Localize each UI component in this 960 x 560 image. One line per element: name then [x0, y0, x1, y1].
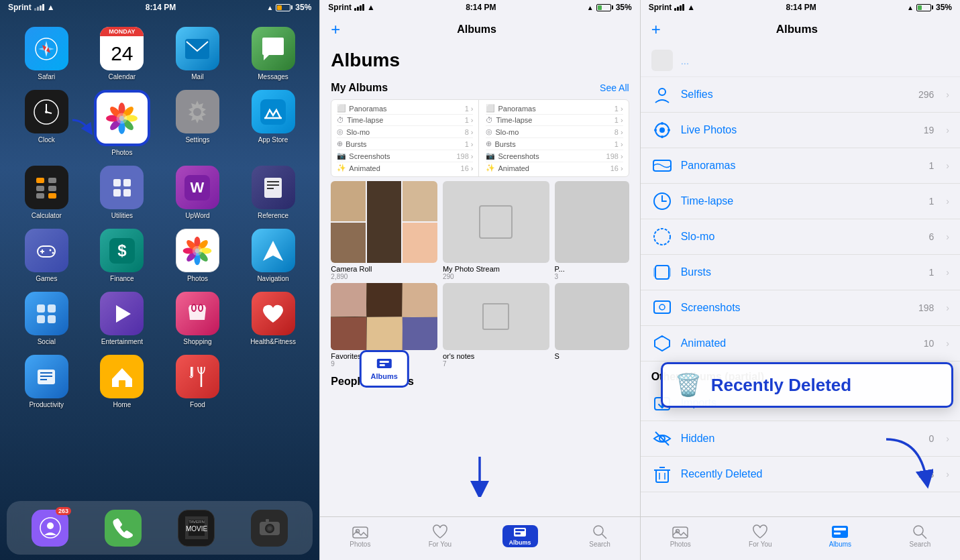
list-item[interactable]: ◎Slo-mo8 ›	[486, 126, 623, 138]
app-home[interactable]: Home	[89, 355, 156, 408]
album-row-recently-deleted[interactable]: Recently Deleted 233 ›	[641, 457, 960, 492]
food-label: Food	[190, 401, 205, 408]
albums-tab-icon-p2: Albums	[511, 528, 529, 543]
list-item[interactable]: ✨Animated16 ›	[337, 162, 473, 174]
list-item[interactable]: ◎Slo-mo8 ›	[337, 126, 473, 138]
tab-search-p2[interactable]: Search	[560, 524, 640, 548]
foryou-tab-icon-p3	[751, 524, 769, 539]
album-row-selfies[interactable]: Selfies 296 ›	[641, 77, 960, 113]
svg-point-127	[914, 526, 923, 535]
list-item[interactable]: ⏱Time-lapse1 ›	[337, 115, 473, 126]
app-photos-highlighted[interactable]: Photos	[89, 90, 156, 156]
album-photo-stream[interactable]: My Photo Stream 290	[443, 181, 549, 280]
album-third[interactable]: P... 3	[555, 181, 629, 280]
wifi-icon-2: ▲	[367, 3, 375, 12]
add-button-p2[interactable]: +	[331, 20, 340, 39]
album-row-timelapse[interactable]: Time-lapse 1 ›	[641, 184, 960, 219]
tab-foryou-p3[interactable]: For You	[721, 524, 800, 548]
svg-point-21	[193, 108, 201, 116]
app-social[interactable]: Social	[13, 292, 80, 345]
app-healthfitness[interactable]: Health&Fitness	[240, 292, 307, 345]
app-mail[interactable]: Mail	[164, 27, 231, 80]
app-productivity[interactable]: Productivity	[13, 355, 80, 408]
album-favorites[interactable]: Favorites 9 Albums	[331, 283, 437, 368]
album-row-slomo[interactable]: Slo-mo 6 ›	[641, 219, 960, 255]
list-item[interactable]: ⬜Panoramas1 ›	[337, 103, 473, 115]
app-photos-folder[interactable]: Photos	[164, 229, 231, 282]
album-row-animated[interactable]: Animated 10 ›	[641, 326, 960, 361]
svg-rect-78	[185, 536, 208, 539]
album-s[interactable]: S	[555, 283, 629, 368]
app-entertainment[interactable]: Entertainment	[89, 292, 156, 345]
app-shopping[interactable]: Shopping	[164, 292, 231, 345]
tab-photos-p2[interactable]: Photos	[320, 524, 400, 548]
list-item[interactable]: ⬜Panoramas1 ›	[486, 103, 623, 115]
timelapse-count: 1	[929, 196, 935, 207]
svg-rect-31	[113, 179, 121, 186]
album-camera-roll[interactable]: Camera Roll 2,890	[331, 181, 437, 280]
album-type-col-right: ⬜Panoramas1 › ⏱Time-lapse1 › ◎Slo-mo8 › …	[480, 100, 628, 176]
finance-label: Finance	[110, 275, 134, 282]
app-safari[interactable]: Safari	[13, 27, 80, 80]
album-row-livephotos[interactable]: Live Photos 19 ›	[641, 113, 960, 148]
battery-pct-3: 35%	[936, 3, 952, 12]
svg-point-103	[661, 122, 663, 125]
album-row-bursts[interactable]: Bursts 1 ›	[641, 255, 960, 290]
tab-foryou-p2[interactable]: For You	[400, 524, 480, 548]
list-item[interactable]: ⊕Bursts1 ›	[486, 138, 623, 150]
photos-tab-icon-p3	[672, 524, 689, 539]
tab-albums-p2[interactable]: Albums	[480, 528, 559, 543]
dock-movies[interactable]: MOVIETAVERN	[178, 510, 215, 547]
albums-list: Selfies 296 › Live Photos 19 › Panoramas…	[641, 77, 960, 523]
app-appstore[interactable]: App Store	[240, 90, 307, 156]
see-all-button[interactable]: See All	[600, 82, 629, 93]
album-row-panoramas[interactable]: Panoramas 1 ›	[641, 148, 960, 184]
app-messages[interactable]: Messages	[240, 27, 307, 80]
upword-label: UpWord	[185, 212, 210, 219]
app-finance[interactable]: $ Finance	[89, 229, 156, 282]
list-item[interactable]: ⏱Time-lapse1 ›	[486, 115, 623, 126]
app-food[interactable]: Food	[164, 355, 231, 408]
app-clock[interactable]: Clock	[13, 90, 80, 156]
svg-rect-25	[48, 178, 56, 183]
album-row-screenshots[interactable]: Screenshots 198 ›	[641, 290, 960, 326]
status-bar-1: Sprint ▲ 8:14 PM ▲ 35%	[0, 0, 319, 15]
app-navigation[interactable]: Navigation	[240, 229, 307, 282]
app-utilities[interactable]: Utilities	[89, 166, 156, 219]
album-notes[interactable]: or's notes 7	[443, 283, 549, 368]
timelapse-icon	[651, 190, 673, 212]
app-games[interactable]: Games	[13, 229, 80, 282]
svg-rect-24	[36, 178, 44, 183]
svg-rect-34	[123, 189, 131, 197]
svg-rect-93	[514, 528, 526, 537]
signal-bars-3	[674, 4, 684, 11]
foryou-tab-label-p2: For You	[429, 541, 451, 548]
status-bar-2: Sprint ▲ 8:14 PM ▲ 35%	[320, 0, 639, 15]
albums-header-3: + Albums	[641, 15, 960, 44]
dock-phone[interactable]	[105, 510, 142, 547]
add-button-p3[interactable]: +	[651, 20, 661, 39]
svg-point-45	[52, 251, 54, 254]
app-calculator[interactable]: Calculator	[13, 166, 80, 219]
list-item[interactable]: 📷Screenshots198 ›	[337, 150, 473, 162]
svg-line-116	[655, 432, 669, 445]
app-upword[interactable]: W UpWord	[164, 166, 231, 219]
svg-rect-111	[654, 301, 670, 313]
svg-point-112	[659, 304, 665, 310]
app-calendar[interactable]: Monday 24 Calendar	[89, 27, 156, 80]
animated-count: 10	[924, 338, 935, 349]
app-reference[interactable]: Reference	[240, 166, 307, 219]
panoramas-count: 1	[929, 160, 935, 171]
app-settings[interactable]: Settings	[164, 90, 231, 156]
third-album-label: P...	[555, 265, 629, 273]
tab-search-p3[interactable]: Search	[880, 524, 960, 548]
list-item[interactable]: 📷Screenshots198 ›	[486, 150, 623, 162]
tab-albums-p3[interactable]: Albums	[800, 524, 880, 548]
svg-rect-29	[48, 193, 56, 199]
list-item[interactable]: ✨Animated16 ›	[486, 162, 623, 174]
tab-photos-p3[interactable]: Photos	[641, 524, 721, 548]
album-row-hidden[interactable]: Hidden 0 ›	[641, 421, 960, 457]
list-item[interactable]: ⊕Bursts1 ›	[337, 138, 473, 150]
dock-podcasts[interactable]: 263	[32, 510, 68, 547]
dock-camera[interactable]	[251, 510, 288, 547]
